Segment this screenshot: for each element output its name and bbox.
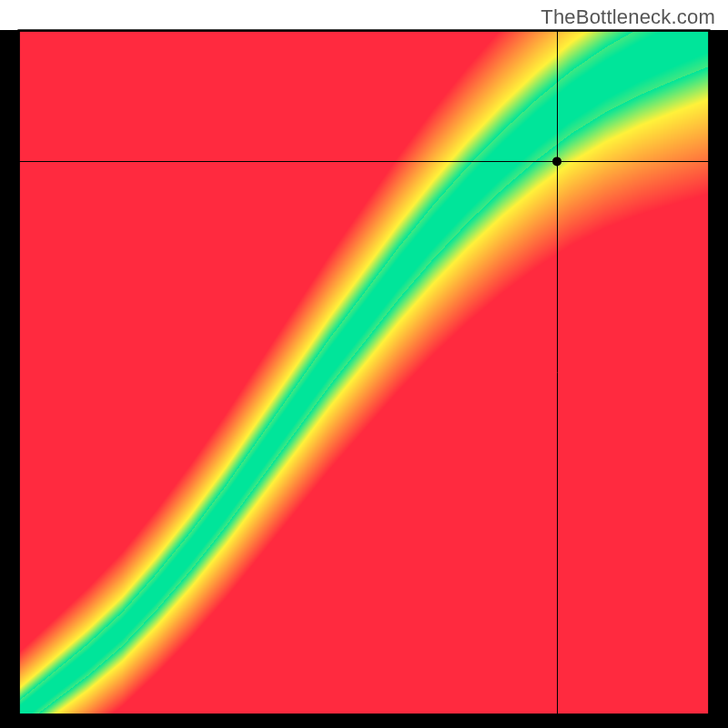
watermark-text: TheBottleneck.com: [541, 5, 715, 29]
bottleneck-heatmap: [0, 0, 728, 728]
